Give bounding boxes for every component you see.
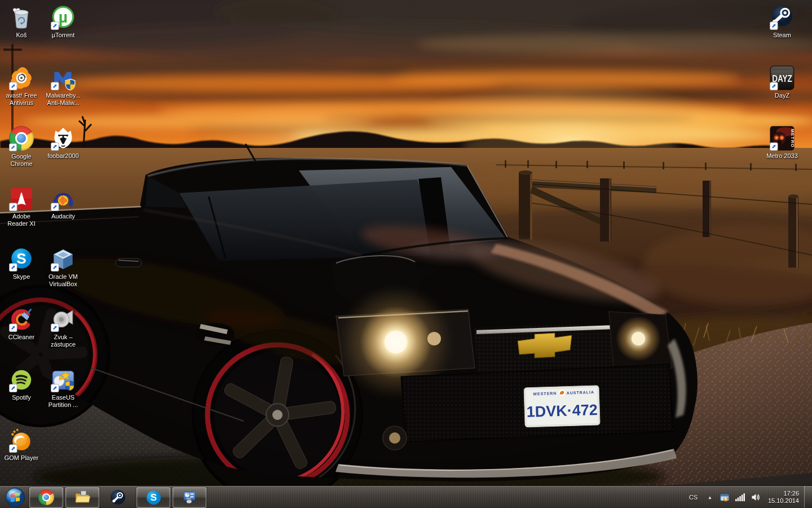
desktop-icon-dayz[interactable]: DAYZ DayZ <box>761 65 804 99</box>
volume-icon[interactable] <box>751 493 761 502</box>
desktop-icon-spotify[interactable]: Spotify <box>0 367 43 401</box>
windows-update-icon[interactable] <box>720 493 730 502</box>
dayz-icon: DAYZ <box>769 65 795 91</box>
desktop-icon-label: Oracle VM VirtualBox <box>42 273 85 288</box>
taskbar-button-skype[interactable]: S <box>136 487 170 508</box>
desktop-icon-avast[interactable]: avast! Free Antivirus <box>0 65 43 107</box>
desktop-screen: WESTERN AUSTRALIA 1DVK·472 Koš <box>0 0 812 508</box>
desktop-icon-label: µTorrent <box>42 32 85 39</box>
speaker-icon <box>50 306 76 332</box>
desktop-icon-label: avast! Free Antivirus <box>0 92 43 107</box>
shortcut-arrow-icon <box>9 143 17 151</box>
start-button[interactable] <box>2 486 28 508</box>
desktop-icon-foobar2000[interactable]: foobar2000 <box>42 125 85 160</box>
steam-icon <box>769 5 795 30</box>
desktop-icon-recycle-bin[interactable]: Koš <box>0 5 43 39</box>
audacity-icon <box>50 186 76 212</box>
desktop-icon-malwarebytes[interactable]: Malwareby... Anti-Malw... <box>42 65 85 107</box>
desktop-icon-label: Google Chrome <box>0 153 43 168</box>
desktop-icon-label: Spotify <box>0 394 43 401</box>
easeus-partition-icon <box>50 367 76 393</box>
taskbar-button-explorer[interactable] <box>65 487 99 508</box>
tray-expand-icon[interactable]: ▲ <box>703 495 717 500</box>
wallpaper-image: WESTERN AUSTRALIA 1DVK·472 <box>0 0 812 485</box>
clock-time: 17:26 <box>768 490 799 498</box>
adobe-reader-icon <box>8 186 34 212</box>
control-panel-icon <box>181 489 198 506</box>
steam-icon <box>110 489 126 505</box>
avast-icon <box>8 65 34 91</box>
desktop-icon-label: Metro 2033 <box>761 152 804 160</box>
desktop-icon-label: CCleaner <box>0 334 43 341</box>
desktop-icon-utorrent[interactable]: µ µTorrent <box>42 5 85 39</box>
clock[interactable]: 17:26 15.10.2014 <box>768 490 799 505</box>
svg-text:METRO: METRO <box>790 129 795 148</box>
wallpaper-vignette <box>0 0 812 485</box>
desktop-icon-label: Koš <box>0 32 43 39</box>
spotify-icon <box>8 367 34 393</box>
desktop-icon-sound-shortcut[interactable]: Zvuk – zástupce <box>42 306 85 348</box>
desktop-icon-label: foobar2000 <box>42 152 85 160</box>
taskbar-button-chrome[interactable] <box>29 487 63 508</box>
desktop-icon-gom-player[interactable]: GOM Player <box>0 427 43 462</box>
desktop-icon-metro-2033[interactable]: METRO Metro 2033 <box>761 125 804 160</box>
desktop-icon-easeus[interactable]: EaseUS Partition ... <box>42 367 85 409</box>
taskbar-button-control-panel[interactable] <box>173 487 206 508</box>
desktop-icon-label: EaseUS Partition ... <box>42 394 85 409</box>
desktop-icon-google-chrome[interactable]: Google Chrome <box>0 125 43 168</box>
system-tray: CS ▲ 17:26 15.10.2014 <box>684 486 812 508</box>
network-signal-icon[interactable] <box>735 493 745 502</box>
desktop-icon-label: DayZ <box>761 92 804 99</box>
windows-logo-icon <box>5 487 26 508</box>
desktop-icon-label: Adobe Reader XI <box>0 213 43 227</box>
desktop-icon-label: Audacity <box>42 213 85 220</box>
desktop-icon-label: Zvuk – zástupce <box>42 334 85 348</box>
desktop-icon-label: Skype <box>0 273 43 281</box>
ccleaner-icon <box>8 306 34 332</box>
desktop-icon-steam[interactable]: Steam <box>761 5 804 39</box>
utorrent-icon: µ <box>50 5 76 30</box>
desktop-icon-adobe-reader[interactable]: Adobe Reader XI <box>0 186 43 227</box>
show-desktop-button[interactable] <box>804 486 812 508</box>
chrome-icon <box>38 489 54 505</box>
windows-explorer-icon <box>74 489 91 506</box>
taskbar: S CS ▲ <box>0 485 812 508</box>
svg-text:S: S <box>150 492 156 503</box>
foobar2000-icon <box>50 125 76 151</box>
taskbar-button-steam[interactable] <box>102 488 134 507</box>
virtualbox-icon <box>50 246 76 272</box>
desktop-icon-virtualbox[interactable]: Oracle VM VirtualBox <box>42 246 85 288</box>
recycle-bin-icon <box>8 5 34 30</box>
desktop-icon-audacity[interactable]: Audacity <box>42 186 85 220</box>
desktop-icon-label: Malwareby... Anti-Malw... <box>42 92 85 107</box>
skype-icon: S <box>8 246 34 272</box>
language-indicator[interactable]: CS <box>684 494 703 501</box>
skype-icon: S <box>145 489 162 506</box>
desktop-icon-label: Steam <box>761 32 804 39</box>
metro-2033-icon: METRO <box>769 125 795 151</box>
svg-text:µ: µ <box>59 8 68 26</box>
svg-text:S: S <box>16 250 26 267</box>
malwarebytes-icon <box>50 65 76 91</box>
clock-date: 15.10.2014 <box>768 497 799 505</box>
desktop-icon-label: GOM Player <box>0 454 43 462</box>
desktop-icon-skype[interactable]: S Skype <box>0 246 43 281</box>
desktop-icon-ccleaner[interactable]: CCleaner <box>0 306 43 341</box>
gom-player-icon <box>8 427 34 453</box>
